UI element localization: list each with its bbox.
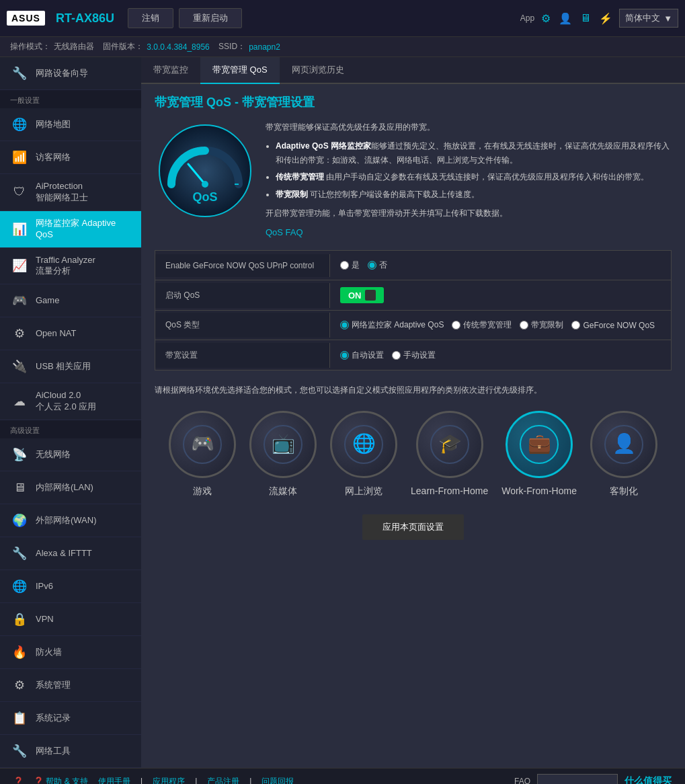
sidebar-item-lan[interactable]: 🖥 内部网络(LAN) [0,471,141,504]
asus-logo: ASUS [7,11,45,26]
screen-icon[interactable]: 🖥 [580,12,591,24]
ssid-value: panapn2 [249,42,280,52]
wan-icon: 🌍 [10,511,29,530]
wizard-icon: 🔧 [10,64,29,83]
sidebar-item-wan[interactable]: 🌍 外部网络(WAN) [0,504,141,537]
qos-type-geforce-label[interactable]: GeForce NOW QoS [571,321,655,330]
category-browse-circle: 🌐 [330,411,397,478]
category-media[interactable]: 📺 流媒体 [249,411,317,498]
bandwidth-auto-radio[interactable] [340,351,349,360]
qos-type-label: QoS 类型 [155,313,330,338]
sidebar-item-wireless[interactable]: 📡 无线网络 [0,438,141,471]
tab-history[interactable]: 网页浏览历史 [280,57,356,84]
bandwidth-manual-label[interactable]: 手动设置 [392,350,436,361]
reboot-button[interactable]: 重新启动 [179,8,242,28]
tab-bandwidth-monitor[interactable]: 带宽监控 [141,57,200,84]
sidebar-label-guest-network: 访客网络 [36,152,71,163]
sidebar: 🔧 网路设备向导 一般设置 🌐 网络地图 📶 访客网络 🛡 AiProtecti… [0,57,141,768]
ssid-label: SSID： [218,41,245,52]
sidebar-label-traffic: Traffic Analyzer流量分析 [36,255,95,278]
settings-row-qos-enable: 启动 QoS ON [155,280,671,311]
help-support-link[interactable]: ❓ 帮助 & 支持 [34,776,88,784]
footer-divider-1: | [140,777,143,784]
svg-text:🎓: 🎓 [438,432,461,455]
sidebar-label-vpn: VPN [36,614,54,625]
settings-row-qos-type: QoS 类型 网络监控家 Adaptive QoS 传统带宽管理 带宽限制 [155,311,671,340]
bandwidth-manual-radio[interactable] [392,351,401,360]
header-right: App ⚙ 👤 🖥 ⚡ 简体中文 ▼ [520,9,678,28]
geforce-no-radio[interactable] [368,261,376,270]
user-icon[interactable]: 👤 [559,12,572,25]
info-section: QoS 带宽管理能够保证高优先级任务及应用的带宽。 Adaptive QoS 网… [155,120,672,240]
open-nat-icon: ⚙ [10,324,29,343]
category-work[interactable]: 💼 Work-From-Home [501,411,577,498]
info-text: 带宽管理能够保证高优先级任务及应用的带宽。 Adaptive QoS 网络监控家… [266,120,672,240]
qos-icon: 📊 [10,220,29,239]
qos-toggle-button[interactable]: ON [340,287,384,303]
sidebar-label-tools: 网络工具 [36,746,71,757]
qos-type-limit-radio[interactable] [520,321,528,329]
faq-search-input[interactable] [537,774,618,784]
lang-select[interactable]: 简体中文 ▼ [619,9,678,28]
qos-type-geforce-radio[interactable] [571,321,580,329]
header: ASUS RT-AX86U 注销 重新启动 App ⚙ 👤 🖥 ⚡ 简体中文 ▼ [0,0,685,37]
app-link[interactable]: 应用程序 [153,776,185,784]
tab-qos-settings[interactable]: 带宽管理 QoS [200,57,280,84]
main-layout: 🔧 网路设备向导 一般设置 🌐 网络地图 📶 访客网络 🛡 AiProtecti… [0,57,685,768]
page-title: 带宽管理 QoS - 带宽管理设置 [155,94,672,110]
qos-type-traditional-label[interactable]: 传统带宽管理 [452,319,512,331]
svg-text:🌐: 🌐 [352,432,376,455]
sidebar-item-wizard[interactable]: 🔧 网路设备向导 [0,57,141,90]
qos-type-adaptive-radio[interactable] [340,321,349,329]
logout-button[interactable]: 注销 [128,8,173,28]
category-learn[interactable]: 🎓 Learn-From-Home [411,411,488,498]
sidebar-item-open-nat[interactable]: ⚙ Open NAT [0,317,141,350]
sidebar-item-aicloud[interactable]: ☁ AiCloud 2.0个人云 2.0 应用 [0,383,141,420]
apply-button[interactable]: 应用本页面设置 [362,514,464,540]
settings-table: Enable GeForce NOW QoS UPnP control 是 否 [155,250,672,370]
qos-type-limit-label[interactable]: 带宽限制 [520,319,563,331]
sidebar-item-vpn[interactable]: 🔒 VPN [0,603,141,636]
geforce-yes-radio[interactable] [340,261,349,270]
footer-faq-label: FAQ [514,777,530,784]
register-link[interactable]: 产品注册 [207,776,239,784]
firmware-link[interactable]: 3.0.0.4.384_8956 [147,42,209,52]
sidebar-label-game: Game [36,295,59,307]
qos-enable-label: 启动 QoS [155,283,330,308]
qos-type-traditional-radio[interactable] [452,321,460,329]
bandwidth-auto-label[interactable]: 自动设置 [340,350,384,361]
category-custom[interactable]: 👤 客制化 [590,411,657,498]
category-game[interactable]: 🎮 游戏 [169,411,236,498]
sidebar-item-traffic[interactable]: 📈 Traffic Analyzer流量分析 [0,248,141,285]
sidebar-item-syslog[interactable]: 📋 系统记录 [0,702,141,735]
category-note: 请根据网络环境优先选择适合您的模式，您也可以选择自定义模式按照应用程序的类别依次… [155,384,672,397]
qos-faq-link[interactable]: QoS FAQ [266,227,303,237]
geforce-yes-label[interactable]: 是 [340,260,360,271]
sidebar-item-network-map[interactable]: 🌐 网络地图 [0,108,141,141]
sidebar-item-aiprotection[interactable]: 🛡 AiProtection智能网络卫士 [0,174,141,211]
usb-icon[interactable]: ⚡ [599,12,612,25]
settings-icon[interactable]: ⚙ [541,12,551,25]
feedback-link[interactable]: 问题回报 [261,776,294,784]
category-browse[interactable]: 🌐 网上浏览 [330,411,397,498]
sidebar-item-usb[interactable]: 🔌 USB 相关应用 [0,350,141,383]
sidebar-item-ipv6[interactable]: 🌐 IPv6 [0,570,141,603]
sidebar-item-system[interactable]: ⚙ 系统管理 [0,669,141,702]
sidebar-item-alexa[interactable]: 🔧 Alexa & IFTTT [0,537,141,570]
sidebar-item-tools[interactable]: 🔧 网络工具 [0,735,141,768]
sidebar-label-firewall: 防火墙 [36,647,62,658]
sidebar-item-game[interactable]: 🎮 Game [0,284,141,317]
settings-row-bandwidth: 带宽设置 自动设置 手动设置 [155,340,671,370]
network-map-icon: 🌐 [10,115,29,134]
sidebar-label-open-nat: Open NAT [36,328,76,340]
sidebar-item-guest-network[interactable]: 📶 访客网络 [0,141,141,174]
vpn-icon: 🔒 [10,610,29,629]
advanced-section-title: 高级设置 [0,420,141,438]
footer-divider-2: | [195,777,197,784]
geforce-no-label[interactable]: 否 [368,260,387,271]
qos-type-adaptive-label[interactable]: 网络监控家 Adaptive QoS [340,319,444,331]
sidebar-item-qos[interactable]: 📊 网络监控家 Adaptive QoS [0,211,141,248]
sidebar-item-firewall[interactable]: 🔥 防火墙 [0,636,141,669]
header-icons: ⚙ 👤 🖥 ⚡ [541,12,612,25]
manual-link[interactable]: 使用手册 [98,776,130,784]
